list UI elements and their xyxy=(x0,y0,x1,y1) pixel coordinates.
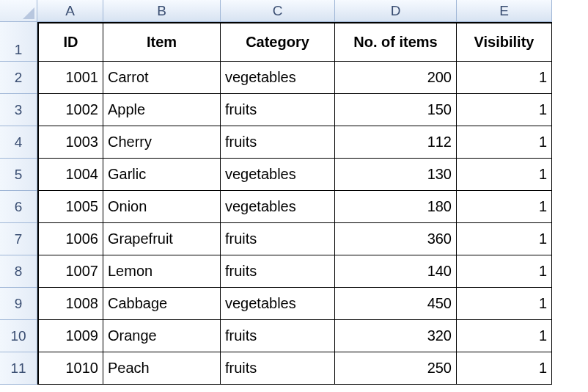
select-all-corner[interactable] xyxy=(0,0,37,22)
cell-B7[interactable]: Grapefruit xyxy=(103,223,221,255)
cell-D1[interactable]: No. of items xyxy=(335,22,457,62)
cell-E2[interactable]: 1 xyxy=(457,62,552,94)
cell-B6[interactable]: Onion xyxy=(103,191,221,223)
cell-E7[interactable]: 1 xyxy=(457,223,552,255)
cell-A11[interactable]: 1010 xyxy=(37,352,103,385)
cell-B11[interactable]: Peach xyxy=(103,352,221,385)
cell-D10[interactable]: 320 xyxy=(335,320,457,352)
row-header-10[interactable]: 10 xyxy=(0,320,37,352)
cell-C5[interactable]: vegetables xyxy=(221,159,335,191)
row-header-11[interactable]: 11 xyxy=(0,352,37,385)
row-header-9[interactable]: 9 xyxy=(0,288,37,320)
cell-C3[interactable]: fruits xyxy=(221,94,335,126)
cell-B8[interactable]: Lemon xyxy=(103,255,221,288)
cell-B10[interactable]: Orange xyxy=(103,320,221,352)
cell-A6[interactable]: 1005 xyxy=(37,191,103,223)
row-header-7[interactable]: 7 xyxy=(0,223,37,255)
cell-C10[interactable]: fruits xyxy=(221,320,335,352)
cell-B2[interactable]: Carrot xyxy=(103,62,221,94)
cell-D2[interactable]: 200 xyxy=(335,62,457,94)
cell-C2[interactable]: vegetables xyxy=(221,62,335,94)
cell-E9[interactable]: 1 xyxy=(457,288,552,320)
cell-B5[interactable]: Garlic xyxy=(103,159,221,191)
row-header-5[interactable]: 5 xyxy=(0,159,37,191)
cell-B4[interactable]: Cherry xyxy=(103,126,221,159)
cell-E1[interactable]: Visibility xyxy=(457,22,552,62)
row-header-8[interactable]: 8 xyxy=(0,255,37,288)
cell-D4[interactable]: 112 xyxy=(335,126,457,159)
cell-A1[interactable]: ID xyxy=(37,22,103,62)
cell-D7[interactable]: 360 xyxy=(335,223,457,255)
cell-E11[interactable]: 1 xyxy=(457,352,552,385)
col-header-E[interactable]: E xyxy=(457,0,552,22)
cell-D6[interactable]: 180 xyxy=(335,191,457,223)
spreadsheet-grid[interactable]: A B C D E 1 ID Item Category No. of item… xyxy=(0,0,588,385)
cell-E8[interactable]: 1 xyxy=(457,255,552,288)
cell-A7[interactable]: 1006 xyxy=(37,223,103,255)
row-header-1[interactable]: 1 xyxy=(0,22,37,62)
row-header-2[interactable]: 2 xyxy=(0,62,37,94)
cell-A4[interactable]: 1003 xyxy=(37,126,103,159)
cell-A8[interactable]: 1007 xyxy=(37,255,103,288)
cell-C7[interactable]: fruits xyxy=(221,223,335,255)
cell-E4[interactable]: 1 xyxy=(457,126,552,159)
cell-E6[interactable]: 1 xyxy=(457,191,552,223)
cell-C6[interactable]: vegetables xyxy=(221,191,335,223)
row-header-4[interactable]: 4 xyxy=(0,126,37,159)
row-header-6[interactable]: 6 xyxy=(0,191,37,223)
cell-D11[interactable]: 250 xyxy=(335,352,457,385)
cell-D9[interactable]: 450 xyxy=(335,288,457,320)
cell-C11[interactable]: fruits xyxy=(221,352,335,385)
cell-C8[interactable]: fruits xyxy=(221,255,335,288)
cell-B1[interactable]: Item xyxy=(103,22,221,62)
cell-D8[interactable]: 140 xyxy=(335,255,457,288)
cell-C1[interactable]: Category xyxy=(221,22,335,62)
cell-A10[interactable]: 1009 xyxy=(37,320,103,352)
cell-B9[interactable]: Cabbage xyxy=(103,288,221,320)
cell-A5[interactable]: 1004 xyxy=(37,159,103,191)
select-all-triangle-icon xyxy=(23,7,34,19)
cell-A3[interactable]: 1002 xyxy=(37,94,103,126)
col-header-A[interactable]: A xyxy=(37,0,103,22)
cell-A9[interactable]: 1008 xyxy=(37,288,103,320)
cell-D3[interactable]: 150 xyxy=(335,94,457,126)
cell-A2[interactable]: 1001 xyxy=(37,62,103,94)
svg-marker-0 xyxy=(23,7,34,19)
cell-E10[interactable]: 1 xyxy=(457,320,552,352)
col-header-C[interactable]: C xyxy=(221,0,335,22)
row-header-3[interactable]: 3 xyxy=(0,94,37,126)
cell-B3[interactable]: Apple xyxy=(103,94,221,126)
cell-C9[interactable]: vegetables xyxy=(221,288,335,320)
col-header-D[interactable]: D xyxy=(335,0,457,22)
cell-E5[interactable]: 1 xyxy=(457,159,552,191)
cell-C4[interactable]: fruits xyxy=(221,126,335,159)
col-header-B[interactable]: B xyxy=(103,0,221,22)
cell-E3[interactable]: 1 xyxy=(457,94,552,126)
cell-D5[interactable]: 130 xyxy=(335,159,457,191)
